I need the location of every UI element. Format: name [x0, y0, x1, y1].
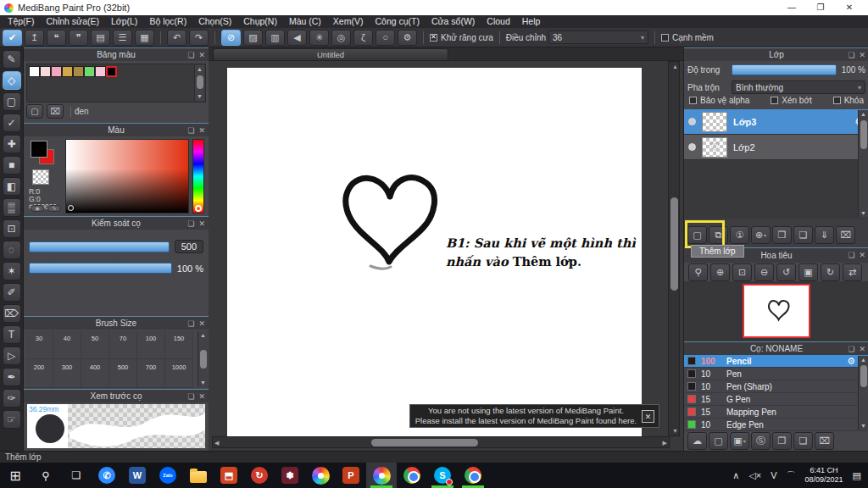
menu-item-1[interactable]: Chỉnh sửa(E)	[41, 15, 105, 28]
notification-close-button[interactable]: ✕	[642, 410, 654, 423]
hue-cursor[interactable]	[195, 205, 202, 212]
color-swatch-4[interactable]	[73, 66, 84, 77]
snap-settings-icon[interactable]: ⚙	[398, 30, 417, 46]
add-brush-menu-button[interactable]: ▣▾	[730, 432, 749, 450]
shape-brush-tool[interactable]: ▢	[3, 92, 21, 111]
menu-item-9[interactable]: Cửa sổ(W)	[426, 15, 481, 28]
brush-size-1000[interactable]: 1000	[165, 359, 193, 388]
delete-color-button[interactable]: ⌧	[47, 104, 64, 119]
chat-icon[interactable]: ❞	[69, 30, 88, 46]
brush-row-Mapping Pen[interactable]: 15Mapping Pen	[684, 406, 868, 419]
brush-row-Edge Pen[interactable]: 10Edge Pen	[684, 419, 868, 431]
undo-icon[interactable]: ↶	[167, 30, 186, 46]
word-app[interactable]: W	[122, 463, 153, 488]
popout-icon[interactable]: ❏	[848, 248, 854, 262]
zoom-tool-icon[interactable]: ⚲	[688, 263, 708, 281]
close-button[interactable]: ✕	[835, 0, 864, 15]
menu-item-7[interactable]: Xem(V)	[327, 15, 370, 28]
menu-item-2[interactable]: Lớp(L)	[105, 15, 143, 28]
close-icon[interactable]: ✕	[198, 390, 205, 403]
brush-folder-button[interactable]: ❐	[772, 432, 792, 450]
layer-checkbox-1[interactable]: Xén bớt	[771, 96, 811, 105]
scroll-right-icon[interactable]: ▶	[663, 440, 667, 446]
scroll-up-icon[interactable]: ▲	[672, 64, 678, 69]
menu-item-8[interactable]: Công cụ(T)	[369, 15, 426, 28]
scroll-thumb[interactable]	[371, 439, 478, 446]
layer-visibility-toggle[interactable]	[688, 118, 696, 125]
add-color-button[interactable]: ▢	[26, 104, 43, 119]
color-swatch-1[interactable]	[40, 66, 51, 77]
menu-item-11[interactable]: Help	[516, 15, 547, 28]
eyedropper-tool[interactable]: ✑	[3, 389, 21, 408]
close-icon[interactable]: ✕	[859, 342, 865, 356]
saturation-value-box[interactable]	[65, 139, 189, 214]
hand-tool[interactable]: ☞	[3, 410, 21, 429]
chrome-profile-app[interactable]	[458, 463, 488, 488]
divide-tool[interactable]: ✒	[3, 368, 21, 386]
popout-icon[interactable]: ❏	[848, 48, 854, 62]
start-button[interactable]: ⊞	[0, 463, 31, 488]
menu-item-3[interactable]: Bộ lọc(R)	[143, 15, 192, 28]
brush-row-Pencil[interactable]: 100Pencil⚙	[684, 355, 868, 368]
brush-opacity-slider[interactable]	[29, 263, 172, 274]
soft-edge-checkbox[interactable]: Cạnh mềm	[661, 33, 714, 42]
brush-size-200[interactable]: 200	[25, 359, 53, 388]
scroll-thumb[interactable]	[860, 365, 867, 387]
transparent-color-swatch[interactable]	[32, 169, 49, 185]
folder-button[interactable]: ❐	[772, 226, 792, 244]
menu-item-0[interactable]: Tệp(F)	[2, 15, 41, 28]
merge-down-button[interactable]: ⇓	[815, 226, 834, 244]
brush-size-70[interactable]: 70	[109, 330, 137, 359]
scroll-down-icon[interactable]: ▼	[672, 428, 678, 434]
chrome-app[interactable]	[397, 463, 427, 488]
snap-off-icon[interactable]: ⊘	[221, 30, 241, 46]
fill-rect-tool[interactable]: ■	[3, 156, 21, 175]
popout-icon[interactable]: ❏	[848, 342, 854, 356]
lasso-tool[interactable]: ◌	[3, 241, 21, 259]
move-tool[interactable]: ✚	[3, 135, 21, 153]
layer-scrollbar[interactable]: ▲ ▼	[858, 110, 868, 218]
action-center-icon[interactable]: ▤	[853, 470, 861, 481]
add-brush-button[interactable]: ▢	[709, 432, 728, 450]
close-icon[interactable]: ✕	[859, 48, 865, 62]
scroll-down-icon[interactable]: ▼	[859, 422, 868, 430]
close-icon[interactable]: ✕	[859, 248, 865, 262]
copy-layer-button[interactable]: ❏	[793, 226, 813, 244]
layer-checkbox-2[interactable]: Khóa	[833, 96, 864, 105]
reset-view-icon[interactable]: ▣	[798, 263, 818, 281]
brush-row-Pen (Sharp)[interactable]: 10Pen (Sharp)	[684, 380, 868, 393]
color-swatch-5[interactable]	[84, 66, 95, 77]
flip-icon[interactable]: ⇄	[843, 263, 862, 281]
brush-size-value[interactable]: 500	[175, 240, 203, 253]
gear-icon[interactable]: ⚙	[847, 356, 855, 367]
blend-mode-dropdown[interactable]: Bình thường ▾	[732, 80, 865, 94]
close-icon[interactable]: ✕	[198, 317, 205, 330]
brush-size-500[interactable]: 500	[109, 359, 137, 388]
menu-item-6[interactable]: Màu (C)	[283, 15, 327, 28]
taskbar-clock[interactable]: 6:41 CH 08/09/2021	[805, 466, 843, 485]
canvas-horizontal-scrollbar[interactable]: ◀ ▶	[212, 436, 670, 448]
brush-size-scrollbar[interactable]: ▲ ▼	[198, 331, 208, 387]
camtasia-app[interactable]: ↻	[244, 463, 275, 488]
comment-icon[interactable]: ❝	[47, 30, 66, 46]
layer-visibility-toggle[interactable]	[688, 143, 696, 151]
layer-row-Lớp3[interactable]: Lớp3⚙	[684, 109, 868, 135]
close-icon[interactable]: ✕	[198, 48, 205, 62]
hue-strip[interactable]	[192, 139, 204, 214]
brush-row-Pen[interactable]: 10Pen	[684, 368, 868, 380]
brush-scrollbar[interactable]: ▲ ▼	[858, 356, 868, 430]
primary-color-swatch[interactable]	[31, 141, 47, 158]
brush-size-slider[interactable]	[29, 241, 170, 252]
brush-row-G Pen[interactable]: 15G Pen	[684, 393, 868, 406]
upload-brush-button[interactable]: ☁	[687, 432, 707, 450]
navigator-canvas-thumbnail[interactable]	[743, 284, 810, 338]
paint-app[interactable]	[305, 463, 336, 488]
popout-icon[interactable]: ❏	[187, 317, 194, 330]
fit-screen-icon[interactable]: ⊡	[732, 263, 752, 281]
palette-scrollbar[interactable]: ▲ ▼	[194, 65, 204, 101]
canvas-vertical-scrollbar[interactable]: ▲ ▼	[668, 61, 680, 436]
color-mode-button[interactable]: ◉	[31, 205, 44, 212]
document-icon[interactable]: ▤	[91, 30, 110, 46]
scroll-down-icon[interactable]: ▼	[198, 379, 208, 387]
share-icon[interactable]: ↥	[25, 30, 44, 46]
